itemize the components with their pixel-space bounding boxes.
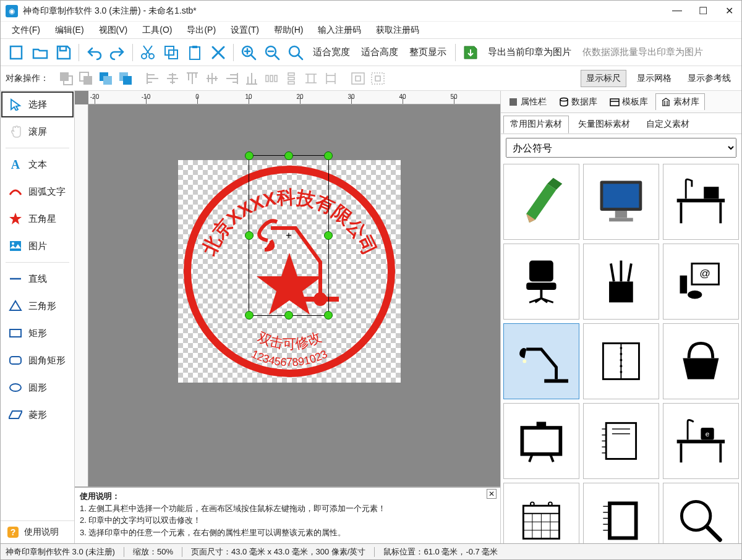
- selection-box[interactable]: +: [249, 155, 329, 316]
- full-show-button[interactable]: 整页显示: [404, 44, 451, 61]
- asset-monitor[interactable]: [583, 164, 659, 240]
- distribute-v-icon[interactable]: [281, 69, 301, 88]
- menu-edit[interactable]: 编辑(E): [49, 23, 90, 37]
- tool-select[interactable]: 选择: [1, 91, 74, 117]
- asset-chair[interactable]: [503, 244, 579, 320]
- category-select[interactable]: 办公符号: [506, 138, 736, 158]
- subtab-common[interactable]: 常用图片素材: [503, 116, 569, 134]
- menu-file[interactable]: 文件(F): [6, 23, 46, 37]
- asset-diary[interactable]: [583, 483, 659, 543]
- align-right-icon[interactable]: [222, 69, 242, 88]
- asset-notebook[interactable]: [583, 323, 659, 399]
- align-left-icon[interactable]: [143, 69, 163, 88]
- svg-rect-72: [522, 428, 561, 454]
- svg-point-29: [12, 242, 14, 245]
- tab-db[interactable]: 数据库: [554, 94, 602, 110]
- ruler-vertical[interactable]: [75, 104, 88, 543]
- tool-triangle-label: 三角形: [28, 300, 56, 312]
- asset-penholder[interactable]: [583, 244, 659, 320]
- tab-props[interactable]: 属性栏: [503, 94, 552, 110]
- copy-button[interactable]: [160, 41, 182, 64]
- arc-icon: [9, 185, 22, 198]
- align-bottom-icon[interactable]: [242, 69, 262, 88]
- distribute-h-icon[interactable]: [262, 69, 281, 88]
- asset-magnifier[interactable]: [663, 483, 739, 543]
- align-center-h-icon[interactable]: [163, 69, 182, 88]
- asset-computer[interactable]: @: [663, 244, 739, 320]
- asset-pencil[interactable]: [503, 164, 579, 240]
- send-forward-icon[interactable]: [116, 69, 135, 88]
- export-batch-button[interactable]: 依数据源批量导出印章为图片: [578, 44, 708, 61]
- canvas-viewport[interactable]: 北京XXXX科技有限公司 双击可修改 1234567891023: [88, 104, 500, 486]
- asset-lamp[interactable]: [503, 323, 579, 399]
- new-button[interactable]: [6, 41, 28, 64]
- undo-button[interactable]: [83, 41, 105, 64]
- zoom-out-button[interactable]: [261, 41, 283, 64]
- paste-button[interactable]: [184, 41, 206, 64]
- tool-rhombus[interactable]: 菱形: [1, 402, 74, 428]
- tool-ellipse[interactable]: 圆形: [1, 375, 74, 401]
- tab-assets[interactable]: 素材库: [655, 93, 705, 110]
- status-page-size: 页面尺寸：43.0 毫米 x 43.0 毫米，300 像素/英寸: [191, 546, 365, 558]
- redo-button[interactable]: [106, 41, 129, 64]
- open-button[interactable]: [29, 41, 51, 64]
- export-current-button[interactable]: 导出当前印章为图片: [483, 44, 576, 61]
- minimize-button[interactable]: —: [670, 5, 684, 17]
- align-page-v-icon[interactable]: [368, 69, 388, 88]
- tool-image[interactable]: 图片: [1, 233, 74, 259]
- menu-settings[interactable]: 设置(T): [224, 23, 265, 37]
- menu-help[interactable]: 帮助(H): [268, 23, 309, 37]
- tool-triangle[interactable]: 三角形: [1, 293, 74, 319]
- close-button[interactable]: ✕: [722, 5, 736, 17]
- asset-basket[interactable]: [663, 323, 739, 399]
- svg-point-69: [620, 359, 623, 362]
- bring-front-icon[interactable]: [76, 69, 96, 88]
- tool-star[interactable]: 五角星: [1, 206, 74, 232]
- same-width-icon[interactable]: [301, 69, 321, 88]
- zoom-fit-button[interactable]: [284, 41, 307, 64]
- ruler-horizontal[interactable]: -20-10010203040506070: [88, 91, 500, 104]
- subtab-custom[interactable]: 自定义素材: [639, 116, 696, 134]
- cut-button[interactable]: [137, 41, 159, 64]
- asset-calendar[interactable]: [503, 483, 579, 543]
- menu-tools[interactable]: 工具(O): [136, 23, 178, 37]
- help-button[interactable]: ? 使用说明: [1, 520, 74, 543]
- subtab-vector[interactable]: 矢量图标素材: [571, 116, 637, 134]
- zoom-in-button[interactable]: [237, 41, 260, 64]
- svg-point-70: [620, 365, 623, 367]
- menu-enter-key[interactable]: 输入注册码: [312, 23, 367, 37]
- tool-arc-text[interactable]: 圆弧文字: [1, 179, 74, 205]
- menu-get-key[interactable]: 获取注册码: [370, 23, 425, 37]
- asset-desk[interactable]: [663, 164, 739, 240]
- tab-templates[interactable]: 模板库: [605, 94, 653, 110]
- align-center-v-icon[interactable]: [202, 69, 222, 88]
- tool-line[interactable]: 直线: [1, 266, 74, 292]
- menu-view[interactable]: 视图(V): [93, 23, 134, 37]
- toggle-guides[interactable]: 显示参考线: [682, 70, 736, 87]
- menu-export[interactable]: 导出(P): [181, 23, 222, 37]
- tool-round-rect[interactable]: 圆角矩形: [1, 347, 74, 373]
- tool-pan[interactable]: 滚屏: [1, 119, 74, 145]
- toggle-ruler[interactable]: 显示标尺: [581, 70, 626, 87]
- export-icon[interactable]: [459, 41, 482, 64]
- svg-rect-21: [288, 73, 294, 75]
- toggle-grid[interactable]: 显示网格: [631, 70, 677, 87]
- tool-rect[interactable]: 矩形: [1, 320, 74, 346]
- fit-height-button[interactable]: 适合高度: [356, 44, 403, 61]
- delete-button[interactable]: [207, 41, 229, 64]
- align-page-h-icon[interactable]: [348, 69, 368, 88]
- tool-text[interactable]: A 文本: [1, 151, 74, 177]
- tool-select-label: 选择: [28, 99, 47, 111]
- maximize-button[interactable]: ☐: [696, 5, 710, 17]
- same-height-icon[interactable]: [321, 69, 341, 88]
- asset-desk2[interactable]: e: [663, 403, 739, 479]
- asset-whiteboard[interactable]: [503, 403, 579, 479]
- save-button[interactable]: [53, 41, 75, 64]
- asset-book[interactable]: [583, 403, 659, 479]
- bring-back-icon[interactable]: [56, 69, 76, 88]
- align-top-icon[interactable]: [182, 69, 202, 88]
- svg-rect-5: [190, 47, 200, 59]
- send-backward-icon[interactable]: [96, 69, 116, 88]
- fit-width-button[interactable]: 适合宽度: [308, 44, 355, 61]
- close-help-button[interactable]: ✕: [487, 489, 497, 499]
